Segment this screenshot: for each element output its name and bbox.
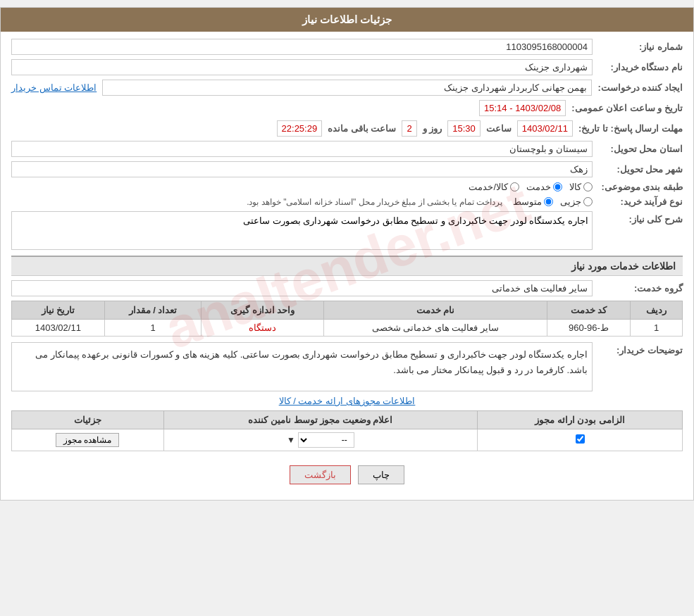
buyer-label: نام دستگاه خریدار: xyxy=(598,62,683,73)
buyer-notes-label: توضیحات خریدار: xyxy=(598,342,683,356)
perm-table-row: -- ▼ مشاهده مجوز xyxy=(12,429,683,451)
category-kala-radio[interactable] xyxy=(583,182,593,191)
deadline-time-label: ساعت xyxy=(486,123,512,134)
announcement-value: 1403/02/08 - 15:14 xyxy=(479,100,566,116)
deadline-row: مهلت ارسال پاسخ: تا تاریخ: 1403/02/11 سا… xyxy=(11,120,683,137)
need-desc-label: شرح کلی نیاز: xyxy=(598,211,683,225)
buyer-row: نام دستگاه خریدار: شهرداری جزینک xyxy=(11,59,683,75)
category-both-label: کالا/خدمت xyxy=(469,182,508,192)
purchase-motavasset-label: متوسط xyxy=(513,196,542,207)
buyer-notes-value: اجاره یکدستگاه لودر جهت خاکبرداری و تسطی… xyxy=(11,342,593,391)
services-table-header-row: ردیف کد خدمت نام خدمت واحد اندازه گیری ت… xyxy=(12,301,683,320)
permits-table: الزامی بودن ارائه مجوز اعلام وضعیت مجوز … xyxy=(11,410,683,451)
col-qty: تعداد / مقدار xyxy=(104,301,202,320)
buyer-value: شهرداری جزینک xyxy=(11,59,593,75)
perm-status-select[interactable]: -- xyxy=(298,432,354,448)
page-wrapper: جزئیات اطلاعات نیاز anaItender.net شماره… xyxy=(0,7,694,501)
announcement-label: تاریخ و ساعت اعلان عمومی: xyxy=(571,103,683,113)
purchase-jozyi-radio[interactable] xyxy=(583,197,593,206)
deadline-date: 1403/02/11 xyxy=(517,120,573,137)
need-desc-row: شرح کلی نیاز: اجاره یکدستگاه لودر جهت خا… xyxy=(11,211,683,250)
purchase-motavasset-radio[interactable] xyxy=(544,197,553,206)
page-header: جزئیات اطلاعات نیاز xyxy=(1,8,693,32)
deadline-remaining-label: ساعت باقی مانده xyxy=(328,123,396,134)
need-desc-textarea[interactable]: اجاره یکدستگاه لودر جهت خاکبرداری و تسطی… xyxy=(11,211,593,250)
permits-table-header-row: الزامی بودن ارائه مجوز اعلام وضعیت مجوز … xyxy=(12,411,683,429)
purchase-jozyi-label: جزیی xyxy=(560,196,581,207)
service-group-value: سایر فعالیت های خدماتی xyxy=(11,280,593,296)
back-button[interactable]: بازگشت xyxy=(290,465,351,484)
category-both: کالا/خدمت xyxy=(469,182,519,192)
purchase-radio-group: جزیی متوسط پرداخت تمام یا بخشی از مبلغ خ… xyxy=(247,196,593,207)
category-kala-label: کالا xyxy=(569,182,581,192)
main-content: anaItender.net شماره نیاز: 1103095168000… xyxy=(1,32,693,500)
print-button[interactable]: چاپ xyxy=(358,465,404,484)
service-group-label: گروه خدمت: xyxy=(598,283,683,294)
creator-value: بهمن جهانی کاربردار شهرداری جزینک xyxy=(102,80,592,96)
perm-required-cell xyxy=(478,429,683,451)
col-row: ردیف xyxy=(631,301,683,320)
need-number-label: شماره نیاز: xyxy=(598,42,683,52)
creator-label: ایجاد کننده درخواست: xyxy=(597,82,683,93)
purchase-motavasset: متوسط xyxy=(513,196,553,207)
category-row: طبقه بندی موضوعی: کالا خدمت کالا/خدمت xyxy=(11,182,683,192)
deadline-days: 2 xyxy=(402,120,416,137)
purchase-jozyi: جزیی xyxy=(560,196,593,207)
button-area: چاپ بازگشت xyxy=(11,457,683,493)
cell-unit: دستگاه xyxy=(202,320,324,337)
category-khedmat: خدمت xyxy=(526,182,562,192)
purchase-type-label: نوع فرآیند خرید: xyxy=(598,196,683,207)
perm-col-status: اعلام وضعیت مجوز توسط نامین کننده xyxy=(163,411,478,429)
view-permit-button[interactable]: مشاهده مجوز xyxy=(56,433,119,447)
category-kala: کالا xyxy=(569,182,593,192)
purchase-note: پرداخت تمام یا بخشی از مبلغ خریدار محل "… xyxy=(247,197,502,207)
permits-link-area: اطلاعات مجوزهای ارائه خدمت / کالا xyxy=(11,396,683,406)
cell-date: 1403/02/11 xyxy=(12,320,105,337)
cell-code: ط-96-960 xyxy=(547,320,630,337)
deadline-time: 15:30 xyxy=(447,120,481,137)
city-label: شهر محل تحویل: xyxy=(598,164,683,175)
col-name: نام خدمت xyxy=(324,301,547,320)
perm-required-checkbox[interactable] xyxy=(576,434,585,444)
need-number-row: شماره نیاز: 1103095168000004 xyxy=(11,39,683,55)
deadline-days-label: روز و xyxy=(423,123,442,134)
city-row: شهر محل تحویل: زهک xyxy=(11,161,683,177)
province-value: سیستان و بلوچستان xyxy=(11,141,593,157)
category-label: طبقه بندی موضوعی: xyxy=(598,182,683,192)
services-section-header: اطلاعات خدمات مورد نیاز xyxy=(11,256,683,276)
services-section-title: اطلاعات خدمات مورد نیاز xyxy=(571,260,676,272)
province-row: استان محل تحویل: سیستان و بلوچستان xyxy=(11,141,683,157)
deadline-label: مهلت ارسال پاسخ: تا تاریخ: xyxy=(578,123,683,134)
col-code: کد خدمت xyxy=(547,301,630,320)
announcement-row: تاریخ و ساعت اعلان عمومی: 1403/02/08 - 1… xyxy=(11,100,683,116)
purchase-type-row: نوع فرآیند خرید: جزیی متوسط پرداخت تمام … xyxy=(11,196,683,207)
category-radio-group: کالا خدمت کالا/خدمت xyxy=(469,182,593,192)
services-table: ردیف کد خدمت نام خدمت واحد اندازه گیری ت… xyxy=(11,301,683,337)
service-group-row: گروه خدمت: سایر فعالیت های خدماتی xyxy=(11,280,683,296)
header-title: جزئیات اطلاعات نیاز xyxy=(302,13,392,25)
cell-row: 1 xyxy=(631,320,683,337)
permits-section-link[interactable]: اطلاعات مجوزهای ارائه خدمت / کالا xyxy=(11,396,683,406)
category-khedmat-label: خدمت xyxy=(526,182,551,192)
col-unit: واحد اندازه گیری xyxy=(202,301,324,320)
category-khedmat-radio[interactable] xyxy=(553,182,562,191)
cell-name: سایر فعالیت های خدماتی شخصی xyxy=(324,320,547,337)
perm-col-required: الزامی بودن ارائه مجوز xyxy=(478,411,683,429)
perm-status-cell: -- ▼ xyxy=(163,429,478,451)
province-label: استان محل تحویل: xyxy=(598,144,683,154)
creator-row: ایجاد کننده درخواست: بهمن جهانی کاربردار… xyxy=(11,80,683,96)
perm-details-cell: مشاهده مجوز xyxy=(12,429,164,451)
contact-link[interactable]: اطلاعات تماس خریدار xyxy=(11,82,97,93)
perm-col-details: جزئیات xyxy=(12,411,164,429)
buyer-notes-row: توضیحات خریدار: اجاره یکدستگاه لودر جهت … xyxy=(11,342,683,391)
city-value: زهک xyxy=(11,161,593,177)
need-number-value: 1103095168000004 xyxy=(11,39,593,55)
table-row: 1 ط-96-960 سایر فعالیت های خدماتی شخصی د… xyxy=(12,320,683,337)
category-both-radio[interactable] xyxy=(510,182,519,191)
cell-qty: 1 xyxy=(104,320,202,337)
deadline-remaining: 22:25:29 xyxy=(277,120,323,137)
col-date: تاریخ نیاز xyxy=(12,301,105,320)
